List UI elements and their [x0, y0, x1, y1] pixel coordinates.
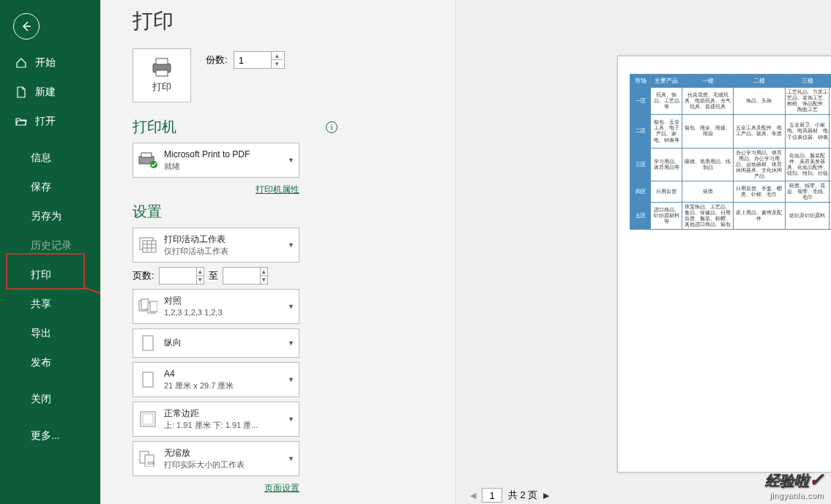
chevron-down-icon: ▼: [288, 376, 294, 383]
printer-status: 就绪: [164, 161, 285, 171]
orientation-dropdown[interactable]: 纵向 ▼: [133, 328, 299, 358]
printer-status-icon: [138, 150, 158, 170]
chevron-down-icon: ▼: [288, 415, 294, 423]
collate-icon: [138, 296, 158, 317]
settings-section-title: 设置: [133, 202, 338, 222]
chevron-down-icon: ▼: [288, 241, 294, 249]
scaling-line1: 无缩放: [164, 448, 285, 459]
margins-line2: 上: 1.91 厘米 下: 1.91 厘...: [164, 420, 285, 430]
chevron-down-icon: ▼: [288, 339, 294, 347]
nav-label: 关闭: [31, 393, 51, 406]
pages-label: 页数:: [133, 269, 154, 282]
page-to-spinner[interactable]: ▲▼: [223, 267, 268, 285]
paper-icon: [138, 369, 158, 390]
svg-rect-1: [156, 59, 168, 64]
nav-label: 发布: [31, 356, 51, 369]
page-setup-link[interactable]: 页面设置: [264, 483, 299, 493]
copies-spinner[interactable]: ▲▼: [234, 51, 285, 69]
printer-icon: [150, 57, 174, 78]
nav-home[interactable]: 开始: [0, 48, 100, 78]
svg-text:100: 100: [147, 461, 155, 465]
pager-total: 共 2 页: [508, 489, 537, 502]
nav-print[interactable]: 打印: [0, 260, 100, 290]
nav-label: 更多...: [31, 429, 60, 443]
home-icon: [15, 56, 28, 69]
svg-rect-17: [143, 336, 153, 350]
nav-saveas[interactable]: 另存为: [0, 202, 100, 231]
nav-label: 信息: [31, 151, 51, 165]
margins-dropdown[interactable]: 正常边距上: 1.91 厘米 下: 1.91 厘... ▼: [133, 402, 299, 437]
paper-dropdown[interactable]: A421 厘米 x 29.7 厘米 ▼: [133, 362, 299, 397]
nav-label: 新建: [35, 86, 56, 99]
nav-label: 另存为: [31, 210, 62, 223]
nav-label: 打开: [35, 115, 56, 128]
page-from-spinner[interactable]: ▲▼: [159, 267, 204, 285]
nav-label: 共享: [31, 298, 51, 311]
nav-label: 导出: [31, 327, 51, 340]
spinner-up[interactable]: ▲: [260, 268, 267, 276]
spinner-down[interactable]: ▼: [271, 60, 283, 68]
pages-to-label: 至: [209, 269, 218, 282]
chevron-down-icon: ▼: [288, 455, 294, 462]
nav-close[interactable]: 关闭: [0, 385, 100, 414]
watermark: 经验啦✓ jingyanla.com: [765, 470, 824, 500]
spinner-up[interactable]: ▲: [196, 268, 204, 276]
scaling-icon: 100: [138, 448, 158, 469]
chevron-down-icon: ▼: [288, 303, 294, 310]
nav-label: 打印: [31, 268, 51, 282]
margins-line1: 正常边距: [164, 408, 285, 420]
nav-new[interactable]: 新建: [0, 78, 100, 107]
page-from-input[interactable]: [160, 271, 196, 282]
sheets-icon: [138, 235, 158, 255]
printer-dropdown[interactable]: Microsoft Print to PDF就绪 ▼: [133, 143, 299, 178]
paper-line1: A4: [164, 369, 285, 380]
print-scope-dropdown[interactable]: 打印活动工作表仅打印活动工作表 ▼: [133, 227, 299, 263]
collate-line2: 1,2,3 1,2,3 1,2,3: [164, 307, 285, 317]
page-to-input[interactable]: [223, 271, 260, 282]
copies-input[interactable]: [234, 55, 271, 66]
nav-history[interactable]: 历史记录: [0, 231, 100, 260]
spinner-down[interactable]: ▼: [196, 276, 204, 284]
file-icon: [15, 86, 28, 99]
chevron-down-icon: ▼: [288, 157, 294, 164]
collate-dropdown[interactable]: 对照1,2,3 1,2,3 1,2,3 ▼: [133, 289, 299, 324]
svg-rect-8: [143, 241, 156, 252]
print-button-label: 打印: [152, 80, 171, 94]
nav-label: 开始: [35, 56, 56, 69]
scope-line1: 打印活动工作表: [164, 234, 285, 246]
info-icon[interactable]: i: [326, 121, 338, 133]
nav-info[interactable]: 信息: [0, 143, 100, 173]
svg-rect-5: [141, 153, 152, 157]
svg-rect-16: [150, 301, 157, 312]
preview-page: 市场主要产品一楼二楼三楼四楼 一区玩具、饰品、工艺品等仿真花类、毛绒玩具、电动玩…: [617, 56, 831, 473]
nav-publish[interactable]: 发布: [0, 348, 100, 377]
nav-export[interactable]: 导出: [0, 319, 100, 348]
nav-label: 保存: [31, 181, 51, 194]
pager-prev[interactable]: ◀: [470, 491, 476, 500]
portrait-icon: [138, 333, 158, 353]
nav-open[interactable]: 打开: [0, 107, 100, 136]
pager-next[interactable]: ▶: [543, 491, 549, 500]
spinner-down[interactable]: ▼: [260, 276, 267, 284]
printer-name: Microsoft Print to PDF: [164, 149, 285, 161]
margins-icon: [138, 409, 158, 429]
pager-input[interactable]: [482, 488, 502, 503]
svg-point-3: [167, 66, 169, 68]
scope-line2: 仅打印活动工作表: [164, 246, 285, 256]
folder-open-icon: [15, 115, 28, 128]
nav-more[interactable]: 更多...: [0, 421, 100, 451]
scaling-dropdown[interactable]: 100 无缩放打印实际大小的工作表 ▼: [133, 441, 299, 476]
orientation-label: 纵向: [164, 337, 285, 349]
preview-table: 市场主要产品一楼二楼三楼四楼 一区玩具、饰品、工艺品等仿真花类、毛绒玩具、电动玩…: [630, 74, 831, 230]
nav-share[interactable]: 共享: [0, 290, 100, 319]
printer-properties-link[interactable]: 打印机属性: [256, 184, 299, 195]
svg-rect-18: [143, 372, 153, 387]
svg-rect-2: [156, 70, 168, 76]
pager: ◀ 共 2 页 ▶: [470, 488, 549, 503]
printer-section-title: 打印机i: [133, 117, 338, 137]
back-button[interactable]: [13, 13, 40, 40]
print-preview: 市场主要产品一楼二楼三楼四楼 一区玩具、饰品、工艺品等仿真花类、毛绒玩具、电动玩…: [455, 0, 831, 504]
print-button[interactable]: 打印: [133, 48, 191, 102]
spinner-up[interactable]: ▲: [271, 52, 283, 60]
nav-save[interactable]: 保存: [0, 173, 100, 202]
